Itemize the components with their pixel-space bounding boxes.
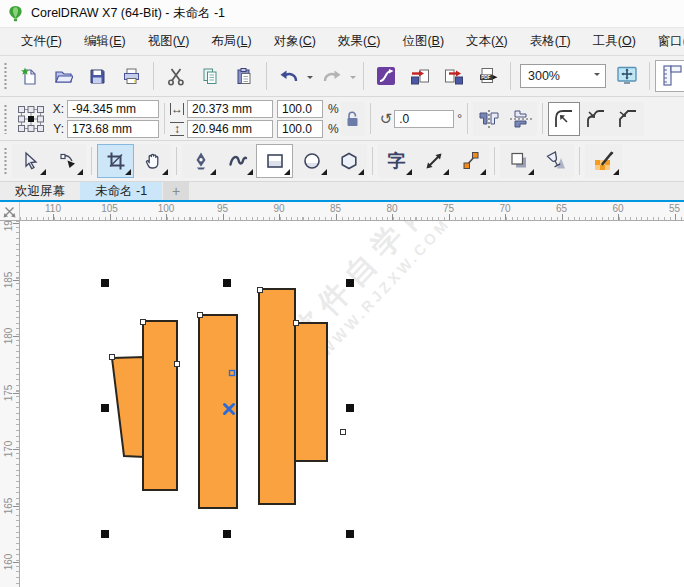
- document-tab[interactable]: 欢迎屏幕: [0, 182, 80, 200]
- node-handle[interactable]: [141, 320, 146, 325]
- publish-pdf-icon: PDF: [478, 67, 499, 86]
- zoom-levels-combo[interactable]: 300%: [520, 64, 606, 88]
- horizontal-ruler[interactable]: 110105100959085807570656055: [20, 202, 684, 220]
- chamfered-corner-button[interactable]: [612, 102, 644, 136]
- node-handle[interactable]: [258, 288, 263, 293]
- dimension-tool[interactable]: [415, 144, 452, 178]
- menu-item[interactable]: 表格(T): [519, 29, 582, 54]
- ruler-label: 55: [669, 203, 680, 214]
- toolbar-grip[interactable]: [3, 147, 8, 175]
- toolbar-separator: [542, 103, 543, 134]
- scale-vertical-input[interactable]: [277, 120, 323, 138]
- menu-bar: 文件(F) 编辑(E) 视图(V) 布局(L) 对象(C) 效果(C) 位图(B…: [0, 28, 684, 56]
- zoom-dropdown-button[interactable]: [588, 65, 605, 87]
- export-button[interactable]: [437, 60, 471, 92]
- crop-tool[interactable]: [97, 144, 134, 178]
- connector-tool[interactable]: [452, 144, 489, 178]
- bar-2[interactable]: [143, 321, 177, 490]
- scalloped-corner-button[interactable]: [580, 102, 612, 136]
- menu-item[interactable]: 视图(V): [137, 29, 201, 54]
- mirror-vertical-button[interactable]: [505, 102, 537, 136]
- polygon-tool[interactable]: [330, 144, 367, 178]
- flyout-indicator-icon: [358, 169, 364, 175]
- undo-button[interactable]: [272, 60, 306, 92]
- rotation-angle-input[interactable]: [394, 110, 454, 128]
- redo-icon: [322, 67, 342, 85]
- selection-handle[interactable]: [101, 530, 109, 538]
- node-handle[interactable]: [175, 362, 180, 367]
- menu-item[interactable]: 窗口(W): [647, 29, 684, 54]
- pen-tool[interactable]: [182, 144, 219, 178]
- menu-item[interactable]: 效果(C): [327, 29, 391, 54]
- menu-item[interactable]: 工具(O): [582, 29, 647, 54]
- menu-item[interactable]: 位图(B): [391, 29, 455, 54]
- save-button[interactable]: [80, 60, 114, 92]
- node-handle[interactable]: [294, 321, 299, 326]
- ruler-tick: [166, 214, 167, 220]
- redo-button[interactable]: [315, 60, 349, 92]
- pan-tool[interactable]: [134, 144, 171, 178]
- new-document-button[interactable]: [12, 60, 46, 92]
- drawing-canvas[interactable]: 软件自学网 WWW.RJZXW.COM: [20, 221, 684, 587]
- mirror-horizontal-button[interactable]: [473, 102, 505, 136]
- object-height-input[interactable]: [187, 120, 273, 138]
- new-document-tab-button[interactable]: +: [163, 182, 189, 200]
- ruler-label: 65: [556, 203, 567, 214]
- lock-ratio-button[interactable]: [341, 102, 365, 136]
- paste-button[interactable]: [227, 60, 261, 92]
- cut-button[interactable]: [159, 60, 193, 92]
- selection-handle[interactable]: [346, 404, 354, 412]
- y-position-input[interactable]: [67, 120, 159, 138]
- bar-1-slanted[interactable]: [112, 357, 144, 457]
- color-eyedropper-tool[interactable]: [585, 144, 622, 178]
- ruler-label: 100: [158, 203, 175, 214]
- bar-4[interactable]: [259, 289, 295, 504]
- bar-5-back[interactable]: [292, 323, 327, 461]
- application-launcher-button[interactable]: [369, 60, 403, 92]
- menu-item[interactable]: 文件(F): [10, 29, 73, 54]
- menu-item[interactable]: 编辑(E): [73, 29, 137, 54]
- node-handle[interactable]: [341, 430, 346, 435]
- scale-horizontal-input[interactable]: [277, 100, 323, 118]
- redo-dropdown-caret-icon[interactable]: [350, 76, 356, 82]
- node-handle[interactable]: [110, 355, 115, 360]
- save-icon: [88, 67, 107, 86]
- selection-handle[interactable]: [223, 530, 231, 538]
- toolbar-grip[interactable]: [3, 103, 8, 133]
- menu-item[interactable]: 对象(C): [263, 29, 327, 54]
- shape-tool[interactable]: [49, 144, 86, 178]
- import-button[interactable]: [403, 60, 437, 92]
- selection-handle[interactable]: [346, 279, 354, 287]
- open-button[interactable]: [46, 60, 80, 92]
- rectangle-tool[interactable]: [256, 144, 293, 178]
- selection-handle[interactable]: [101, 404, 109, 412]
- menu-item[interactable]: 布局(L): [200, 29, 262, 54]
- drawing-svg: [20, 221, 684, 587]
- object-width-input[interactable]: [187, 100, 273, 118]
- selection-handle[interactable]: [346, 530, 354, 538]
- show-rulers-button[interactable]: [655, 60, 684, 92]
- text-tool[interactable]: 字: [378, 144, 415, 178]
- chevron-down-icon: [594, 73, 600, 79]
- node-handle[interactable]: [198, 313, 203, 318]
- transparency-tool[interactable]: [537, 144, 574, 178]
- ruler-origin-button[interactable]: [0, 202, 20, 220]
- full-screen-preview-button[interactable]: [610, 60, 644, 92]
- print-button[interactable]: [114, 60, 148, 92]
- menu-item[interactable]: 文本(X): [455, 29, 519, 54]
- selection-handle[interactable]: [223, 279, 231, 287]
- ellipse-tool[interactable]: [293, 144, 330, 178]
- ruler-tick: [53, 214, 54, 220]
- drop-shadow-tool[interactable]: [500, 144, 537, 178]
- undo-dropdown-caret-icon[interactable]: [307, 76, 313, 82]
- publish-to-pdf-button[interactable]: PDF: [471, 60, 505, 92]
- copy-button[interactable]: [193, 60, 227, 92]
- document-tab[interactable]: 未命名 -1: [80, 182, 162, 200]
- selection-handle[interactable]: [101, 279, 109, 287]
- pick-tool[interactable]: [12, 144, 49, 178]
- vertical-ruler[interactable]: 190185180175170165160: [0, 221, 20, 587]
- smooth-curve-tool[interactable]: [219, 144, 256, 178]
- x-position-input[interactable]: [67, 100, 159, 118]
- round-corner-button[interactable]: [548, 102, 580, 136]
- toolbar-grip[interactable]: [3, 62, 8, 90]
